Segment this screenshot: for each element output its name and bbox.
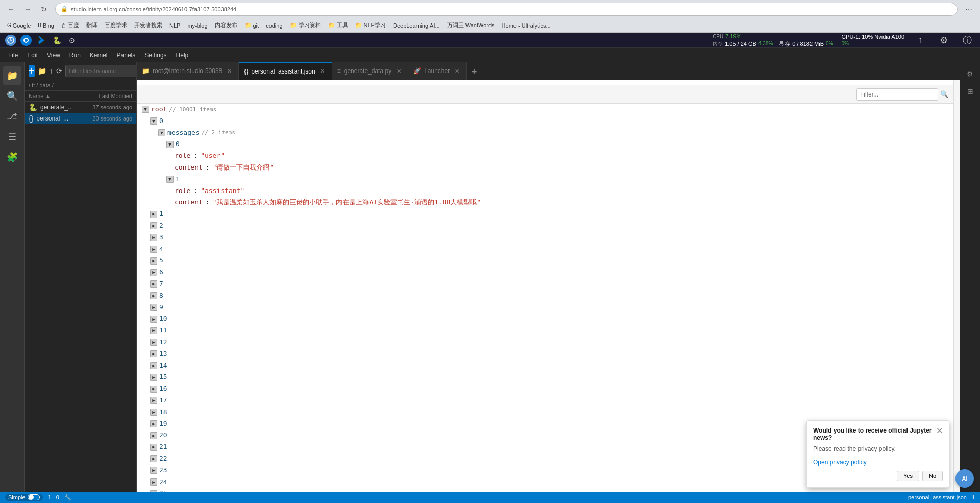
vscode-icon[interactable]: [36, 35, 47, 46]
bookmark-tools[interactable]: 📁工具: [325, 20, 351, 30]
search-sidebar-icon[interactable]: 🔍: [3, 87, 21, 105]
tab-close-json[interactable]: ✕: [318, 67, 327, 76]
upload-button[interactable]: ↑: [50, 65, 53, 77]
msg-0-expand[interactable]: ▼: [166, 141, 174, 148]
item-6-expand[interactable]: ▶: [150, 269, 157, 276]
item-7-expand[interactable]: ▶: [150, 280, 157, 288]
info-icon[interactable]: ⓘ: [960, 33, 975, 48]
bookmark-coding[interactable]: coding: [263, 21, 285, 30]
item-16-expand[interactable]: ▶: [150, 386, 157, 393]
menu-view[interactable]: View: [43, 50, 64, 60]
address-bar[interactable]: 🔒 studio.intern-ai.org.cn/console/trinit…: [55, 3, 958, 16]
simple-toggle[interactable]: Simple: [5, 494, 43, 501]
item-10-expand[interactable]: ▶: [150, 316, 157, 323]
new-file-button[interactable]: +: [29, 65, 35, 77]
menu-help[interactable]: Help: [172, 50, 193, 60]
menu-panels[interactable]: Panels: [113, 50, 140, 60]
privacy-policy-link[interactable]: Open privacy policy: [813, 459, 867, 466]
open-folder-button[interactable]: 📁: [38, 65, 46, 77]
bookmark-content[interactable]: 内容发布: [212, 20, 240, 30]
bookmark-nlp[interactable]: NLP: [166, 21, 183, 30]
item-13-expand[interactable]: ▶: [150, 350, 157, 357]
bookmark-google[interactable]: GGoogle: [4, 21, 34, 30]
item-19-expand[interactable]: ▶: [150, 420, 157, 427]
name-column-header[interactable]: Name ▲: [29, 93, 76, 99]
item-23-expand[interactable]: ▶: [150, 467, 157, 474]
filter-search-icon[interactable]: 🔍: [940, 90, 948, 98]
menu-edit[interactable]: Edit: [23, 50, 42, 60]
settings-icon[interactable]: ⚙: [936, 33, 951, 48]
toggle-switch[interactable]: [28, 494, 40, 500]
menu-kernel[interactable]: Kernel: [86, 50, 112, 60]
tab-terminal[interactable]: 📁 root@intern-studio-50038 ✕: [137, 62, 239, 80]
refresh-button[interactable]: ⟳: [56, 65, 62, 77]
item-25-expand[interactable]: ▶: [150, 490, 157, 492]
bookmark-baidu-academic[interactable]: 百度学术: [102, 20, 130, 30]
ai-badge[interactable]: Ai: [955, 469, 974, 488]
back-button[interactable]: ←: [4, 2, 18, 16]
item-1-expand[interactable]: ▶: [150, 211, 157, 218]
json-scrollbar[interactable]: [953, 80, 960, 492]
bookmark-git[interactable]: 📁git: [241, 21, 262, 30]
json-filter-input[interactable]: [856, 88, 938, 101]
bookmark-learning[interactable]: 📁学习资料: [287, 20, 324, 30]
item-14-expand[interactable]: ▶: [150, 362, 157, 369]
item-4-expand[interactable]: ▶: [150, 246, 157, 253]
item-15-expand[interactable]: ▶: [150, 374, 157, 381]
extensions-button[interactable]: ⋯: [962, 2, 976, 16]
file-item-personal[interactable]: {} personal_... 20 seconds ago: [24, 113, 136, 124]
item-3-expand[interactable]: ▶: [150, 234, 157, 241]
python-icon[interactable]: 🐍: [51, 35, 62, 46]
menu-run[interactable]: Run: [65, 50, 85, 60]
msg-1-expand[interactable]: ▼: [166, 176, 174, 183]
files-icon[interactable]: 📁: [3, 66, 21, 85]
item-9-expand[interactable]: ▶: [150, 304, 157, 311]
item-8-expand[interactable]: ▶: [150, 292, 157, 299]
menu-settings[interactable]: Settings: [140, 50, 170, 60]
tab-close-launcher[interactable]: ✕: [453, 67, 461, 75]
item-5-expand[interactable]: ▶: [150, 257, 157, 265]
jupyterlab-icon[interactable]: [20, 35, 32, 46]
bookmark-deeplearning[interactable]: DeepLearning.AI...: [390, 21, 443, 30]
bookmark-wantwords[interactable]: 万词王 WantWords: [444, 20, 498, 30]
item-20-expand[interactable]: ▶: [150, 432, 157, 439]
bookmark-bing[interactable]: BBing: [35, 21, 57, 30]
list-icon[interactable]: ☰: [3, 128, 21, 146]
item-11-expand[interactable]: ▶: [150, 327, 157, 334]
puzzle-icon[interactable]: 🧩: [3, 148, 21, 166]
item-2-expand[interactable]: ▶: [150, 222, 157, 229]
file-item-generate[interactable]: 🐍 generate_... 37 seconds ago: [24, 102, 136, 113]
messages-expand[interactable]: ▼: [158, 129, 165, 136]
forward-button[interactable]: →: [20, 2, 35, 16]
app-icon[interactable]: [5, 35, 16, 46]
right-panel-btn-2[interactable]: ⊞: [963, 84, 978, 99]
bookmark-baidu[interactable]: 百百度: [58, 20, 82, 30]
item-24-expand[interactable]: ▶: [150, 478, 157, 486]
circle-icon[interactable]: ⊙: [66, 35, 78, 46]
reload-button[interactable]: ↻: [37, 2, 51, 16]
tab-close-py[interactable]: ✕: [395, 67, 403, 75]
item-18-expand[interactable]: ▶: [150, 409, 157, 416]
notification-yes-button[interactable]: Yes: [897, 471, 919, 481]
upload-icon[interactable]: ↑: [913, 33, 928, 48]
item-0-expand[interactable]: ▼: [150, 117, 157, 125]
bookmark-ultralytics[interactable]: Home - Ultralytics...: [499, 21, 554, 30]
tab-launcher[interactable]: 🚀 Launcher ✕: [408, 62, 467, 80]
new-tab-button[interactable]: +: [467, 64, 482, 80]
notification-no-button[interactable]: No: [922, 471, 943, 481]
date-column-header[interactable]: Last Modified: [76, 93, 132, 99]
root-expand[interactable]: ▼: [142, 106, 149, 113]
item-22-expand[interactable]: ▶: [150, 455, 157, 462]
git-icon[interactable]: ⎇: [3, 107, 21, 126]
tab-close-terminal[interactable]: ✕: [225, 67, 233, 75]
tab-generate-py[interactable]: ≡ generate_data.py ✕: [332, 62, 408, 80]
item-17-expand[interactable]: ▶: [150, 397, 157, 404]
bookmark-dev-search[interactable]: 开发者搜索: [131, 20, 165, 30]
filter-input[interactable]: [65, 65, 143, 77]
bookmark-myblog[interactable]: my-blog: [184, 21, 210, 30]
right-panel-btn-1[interactable]: ⚙: [963, 66, 978, 82]
menu-file[interactable]: File: [4, 50, 22, 60]
notification-close-button[interactable]: ✕: [936, 427, 943, 435]
tab-personal-json[interactable]: {} personal_assistant.json ✕: [239, 62, 332, 80]
item-12-expand[interactable]: ▶: [150, 339, 157, 346]
